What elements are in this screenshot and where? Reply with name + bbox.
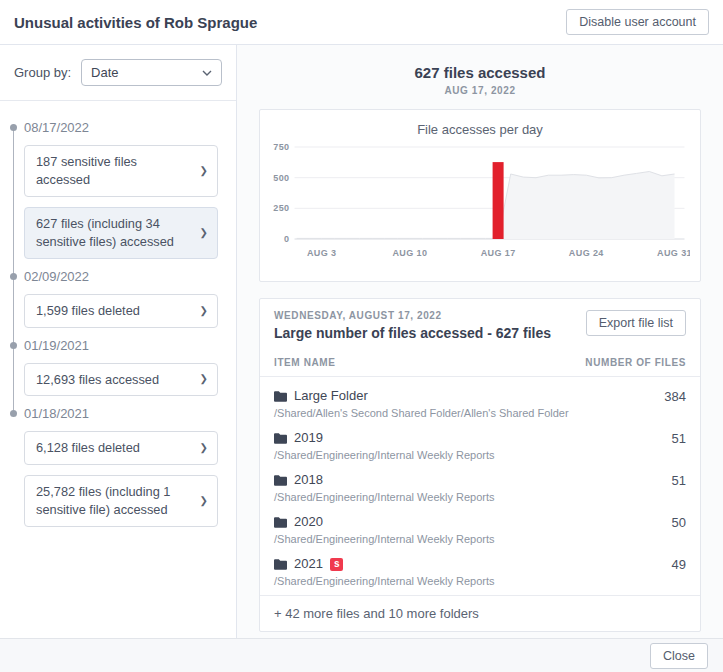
table-row: 2019/Shared/Engineering/Internal Weekly … [260,423,700,465]
item-name-label: 2021 [294,556,323,572]
timeline-group: 01/18/20216,128 files deleted❯25,782 fil… [24,406,218,527]
item-name: 2019 [274,430,495,446]
table-row-item: Large Folder/Shared/Allen's Second Share… [274,388,569,419]
folder-icon [274,391,287,402]
svg-text:500: 500 [273,173,289,183]
group-by-value: Date [91,65,118,80]
svg-text:AUG 17: AUG 17 [481,248,516,258]
summary-date: AUG 17, 2022 [259,85,701,96]
close-button[interactable]: Close [650,643,708,669]
folder-icon [274,475,287,486]
column-number-of-files: NUMBER OF FILES [585,357,686,368]
table-row: Large Folder/Shared/Allen's Second Share… [260,381,700,423]
main-panel: 627 files accessed AUG 17, 2022 File acc… [237,45,723,638]
detail-date: WEDNESDAY, AUGUST 17, 2022 [274,310,551,321]
item-name-label: 2018 [294,472,323,488]
timeline-item-label: 627 files (including 34 sensitive files)… [36,215,194,251]
file-count: 51 [672,430,686,446]
chevron-right-icon: ❯ [200,372,208,386]
table-row-item: 2018/Shared/Engineering/Internal Weekly … [274,472,495,503]
chevron-right-icon: ❯ [200,226,208,240]
timeline-item[interactable]: 12,693 files accessed❯ [24,363,218,397]
item-path: /Shared/Allen's Second Shared Folder/All… [274,407,569,419]
group-by-select[interactable]: Date [81,59,222,86]
file-count: 49 [672,556,686,572]
table-row-item: 2021s/Shared/Engineering/Internal Weekly… [274,556,495,587]
file-table-rows: Large Folder/Shared/Allen's Second Share… [260,376,700,591]
timeline-group: 01/19/202112,693 files accessed❯ [24,338,218,397]
item-name: 2021s [274,556,495,572]
chevron-down-icon [202,70,212,76]
chevron-right-icon: ❯ [200,441,208,455]
column-item-name: ITEM NAME [274,357,336,368]
spike-bar-aug-17[interactable] [493,162,504,239]
page-title: Unusual activities of Rob Sprague [14,14,257,31]
file-detail-card: WEDNESDAY, AUGUST 17, 2022 Large number … [259,298,701,632]
item-name-label: Large Folder [294,388,368,404]
timeline-item[interactable]: 25,782 files (including 1 sensitive file… [24,475,218,527]
timeline-date: 08/17/2022 [24,120,218,136]
item-name: 2020 [274,514,495,530]
chart-title: File accesses per day [270,122,690,137]
table-row: 2018/Shared/Engineering/Internal Weekly … [260,465,700,507]
svg-text:750: 750 [273,142,289,152]
detail-title: Large number of files accessed - 627 fil… [274,325,551,341]
file-count: 384 [664,388,686,404]
file-accesses-chart: 0250500750AUG 3AUG 10AUG 17AUG 24AUG 31 [270,141,690,273]
timeline-date: 01/18/2021 [24,406,218,422]
chevron-right-icon: ❯ [200,494,208,508]
timeline-item-label: 1,599 files deleted [36,302,140,320]
item-path: /Shared/Engineering/Internal Weekly Repo… [274,449,495,461]
timeline-item-label: 25,782 files (including 1 sensitive file… [36,483,194,519]
svg-text:AUG 10: AUG 10 [392,248,427,258]
svg-text:AUG 24: AUG 24 [569,248,604,258]
table-row: 2020/Shared/Engineering/Internal Weekly … [260,507,700,549]
chevron-right-icon: ❯ [200,304,208,318]
timeline-date: 01/19/2021 [24,338,218,354]
folder-icon [274,433,287,444]
table-row-item: 2020/Shared/Engineering/Internal Weekly … [274,514,495,545]
item-name: 2018 [274,472,495,488]
summary-header: 627 files accessed AUG 17, 2022 [259,64,701,96]
timeline-item[interactable]: 1,599 files deleted❯ [24,294,218,328]
folder-icon [274,517,287,528]
chevron-right-icon: ❯ [200,164,208,178]
folder-icon [274,559,287,570]
item-path: /Shared/Engineering/Internal Weekly Repo… [274,491,495,503]
table-row-item: 2019/Shared/Engineering/Internal Weekly … [274,430,495,461]
item-name-label: 2020 [294,514,323,530]
disable-user-account-button[interactable]: Disable user account [566,9,709,35]
export-file-list-button[interactable]: Export file list [586,310,686,336]
timeline-item-label: 187 sensitive files accessed [36,153,194,189]
timeline-item-label: 6,128 files deleted [36,439,140,457]
timeline-item[interactable]: 187 sensitive files accessed❯ [24,145,218,197]
file-count: 51 [672,472,686,488]
table-column-headers: ITEM NAME NUMBER OF FILES [260,350,700,376]
item-path: /Shared/Engineering/Internal Weekly Repo… [274,575,495,587]
item-name: Large Folder [274,388,569,404]
timeline: 08/17/2022187 sensitive files accessed❯6… [0,101,236,527]
dialog-header: Unusual activities of Rob Sprague Disabl… [0,0,723,45]
svg-text:AUG 3: AUG 3 [307,248,337,258]
item-path: /Shared/Engineering/Internal Weekly Repo… [274,533,495,545]
unusual-activity-dialog: Unusual activities of Rob Sprague Disabl… [0,0,723,672]
chart-card: File accesses per day 0250500750AUG 3AUG… [259,109,701,282]
timeline-group: 08/17/2022187 sensitive files accessed❯6… [24,120,218,259]
group-by-row: Group by: Date [0,45,236,101]
sidebar: Group by: Date 08/17/2022187 sensitive f… [0,45,237,638]
item-name-label: 2019 [294,430,323,446]
timeline-item-label: 12,693 files accessed [36,371,159,389]
svg-text:AUG 31: AUG 31 [657,248,690,258]
timeline-item[interactable]: 6,128 files deleted❯ [24,431,218,465]
dialog-footer: Close [0,638,723,672]
timeline-item[interactable]: 627 files (including 34 sensitive files)… [24,207,218,259]
timeline-group: 02/09/20221,599 files deleted❯ [24,269,218,328]
svg-text:250: 250 [273,203,289,213]
detail-heading: WEDNESDAY, AUGUST 17, 2022 Large number … [274,310,551,341]
file-count: 50 [672,514,686,530]
table-row: 2021s/Shared/Engineering/Internal Weekly… [260,549,700,591]
summary-title: 627 files accessed [259,64,701,81]
timeline-date: 02/09/2022 [24,269,218,285]
svg-text:0: 0 [284,234,289,244]
more-files-link[interactable]: + 42 more files and 10 more folders [260,595,700,631]
